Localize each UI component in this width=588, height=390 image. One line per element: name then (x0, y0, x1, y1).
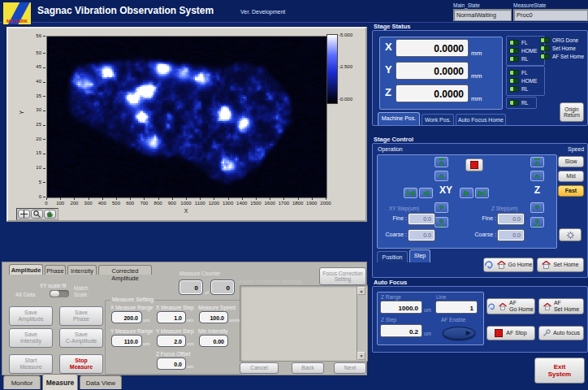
speed-slow-button[interactable]: Slow (558, 156, 584, 167)
xy-coarse-label: Coarse : (379, 232, 407, 237)
z-fine-input[interactable]: 0.0 (498, 214, 524, 224)
y-home-label: HOME (521, 78, 538, 84)
zoom-tool-icon[interactable] (31, 210, 43, 219)
xy-scale-fit-toggle[interactable] (50, 290, 69, 297)
origin-return-button[interactable]: Origin Return (560, 102, 584, 122)
tab-corrected-amplitude[interactable]: Corrected Amplitude (98, 265, 152, 275)
x-home-label: HOME (521, 48, 538, 54)
y-axis-ticks: 0510152025303540455056 (8, 36, 45, 197)
af-stop-label: AF Stop (506, 330, 526, 336)
exit-system-button[interactable]: Exit System (534, 358, 585, 384)
tab-position[interactable]: Position (377, 251, 408, 262)
y-tick-mark (43, 182, 45, 183)
xy-right-fast-button[interactable]: ▶ (475, 188, 489, 198)
up-to-limit-icon: ▲ (534, 158, 541, 167)
af-stop-button[interactable]: AF Stop (486, 326, 535, 340)
x-tick-label: 1000 (179, 201, 192, 206)
measure-speed-input[interactable]: 100.0 (200, 312, 227, 323)
x-tick-label: 800 (152, 201, 165, 206)
speed-mid-button[interactable]: Mid (558, 171, 584, 182)
logo-text: NEOARK (3, 19, 31, 24)
x-tick-label: 1800 (292, 201, 305, 206)
heatmap-plot-panel: 0510152025303540455056 01002003004005006… (6, 27, 367, 222)
x-fl-label: FL (521, 40, 528, 46)
z-focus-offset-input[interactable]: 0.0 (158, 358, 185, 369)
next-button[interactable]: Next (334, 362, 366, 374)
x-tick-label: 0 (40, 201, 53, 206)
auto-focus-button[interactable]: Auto focus (538, 326, 584, 340)
save-phase-button[interactable]: SavePhase (59, 306, 103, 326)
xy-down-button[interactable]: ▼ (435, 202, 448, 213)
x-measure-step-input[interactable]: 1.0 (158, 312, 185, 323)
xy-right-button[interactable]: ▶ (460, 188, 473, 198)
line-input[interactable]: 1 (436, 301, 477, 313)
af-enable-toggle[interactable]: ▶ (443, 327, 475, 340)
tab-machine-pos[interactable]: Machine Pos. (378, 112, 420, 125)
xy-scale-fit-label: XY scale fit (40, 283, 66, 288)
y-tick-mark (43, 168, 45, 169)
speed-fast-button[interactable]: Fast (558, 185, 584, 197)
save-c-amplitude-button[interactable]: SaveC-Amplitude (59, 328, 103, 348)
x-tick-mark (60, 197, 61, 200)
xy-coarse-input[interactable]: 0.0 (409, 230, 435, 240)
scroll-up-icon[interactable]: ▲ (357, 287, 365, 295)
af-go-home-button[interactable]: AFGo Home (486, 298, 535, 314)
start-measure-button[interactable]: StartMeasure (9, 354, 53, 374)
xy-fine-input[interactable]: 0.0 (409, 214, 435, 224)
back-button[interactable]: Back (292, 362, 324, 374)
y-tick-label: 40 (29, 79, 41, 84)
stop-motion-button[interactable] (465, 158, 483, 171)
z-down-fast-button[interactable]: ▼ (530, 217, 544, 228)
tab-auto-focus-home[interactable]: Auto Focus Home (456, 114, 506, 125)
message-scrollbar[interactable]: ▲ ▼ (357, 287, 366, 360)
set-home-led (540, 46, 550, 51)
tab-phase[interactable]: Phase (45, 265, 66, 275)
z-up-button[interactable]: ▲ (530, 171, 544, 181)
x-measure-range-input[interactable]: 200.0 (112, 312, 141, 323)
save-amplitude-button[interactable]: SaveAmplitude (9, 306, 53, 326)
z-up-fast-button[interactable]: ▲ (530, 157, 544, 167)
axis-z-label: Z (385, 86, 391, 98)
cancel-button[interactable]: Cancel (240, 362, 279, 374)
hand-tool-icon[interactable] (44, 210, 56, 219)
z-step-unit: um (424, 331, 431, 336)
xy-up-fast-button[interactable]: ▲ (435, 157, 448, 167)
y-measure-range-input[interactable]: 110.0 (112, 336, 141, 346)
pan-tool-icon[interactable] (18, 210, 30, 219)
tab-work-pos[interactable]: Work Pos. (422, 114, 454, 125)
y-home-led (509, 78, 519, 84)
set-home-button[interactable]: Set Home (537, 258, 584, 272)
af-z-step-input[interactable]: 0.2 (381, 325, 422, 336)
z-range-label: Z Range (381, 294, 401, 300)
x-tick-mark (228, 197, 229, 200)
xy-up-button[interactable]: ▲ (435, 171, 448, 181)
up-arrow-icon: ▲ (534, 173, 541, 180)
jog-settings-button[interactable] (559, 228, 582, 241)
scroll-down-icon[interactable]: ▼ (357, 352, 365, 360)
stop-measure-button[interactable]: StopMeasure (59, 354, 103, 374)
tab-amplitude[interactable]: Amplitude (9, 264, 43, 275)
af-set-home-button[interactable]: AFSet Home (538, 298, 584, 314)
min-intensity-input[interactable]: 0.00 (200, 336, 227, 346)
tab-measure[interactable]: Measure (42, 374, 78, 390)
tab-step[interactable]: Step (409, 249, 430, 262)
measure-panel: Amplitude Phase Intensity Corrected Ampl… (2, 262, 367, 375)
stage-status-panel: X 0.0000 mm Y 0.0000 mm Z 0.0000 mm FL H… (372, 30, 588, 126)
tab-intensity[interactable]: Intensity (67, 265, 97, 275)
tab-data-view[interactable]: Data View (80, 375, 122, 389)
wrench-icon (543, 329, 551, 337)
x-tick-label: 900 (166, 201, 179, 206)
tab-monitor[interactable]: Monitor (3, 375, 41, 389)
y-measure-step-input[interactable]: 2.0 (158, 336, 185, 346)
z-down-button[interactable]: ▼ (530, 202, 544, 213)
x-fl-led (509, 40, 519, 46)
focus-correction-setting-button[interactable]: Focus Correction Setting (319, 267, 366, 285)
y-tick-mark (43, 154, 45, 154)
save-intensity-button[interactable]: SaveIntensity (9, 328, 53, 348)
z-range-input[interactable]: 1000.0 (381, 301, 422, 313)
xy-left-fast-button[interactable]: ◀ (404, 188, 417, 198)
xy-down-fast-button[interactable]: ▼ (435, 217, 448, 228)
xy-left-button[interactable]: ◀ (419, 188, 433, 198)
go-home-button[interactable]: Go Home (483, 258, 534, 272)
z-coarse-input[interactable]: 0.0 (498, 230, 524, 240)
